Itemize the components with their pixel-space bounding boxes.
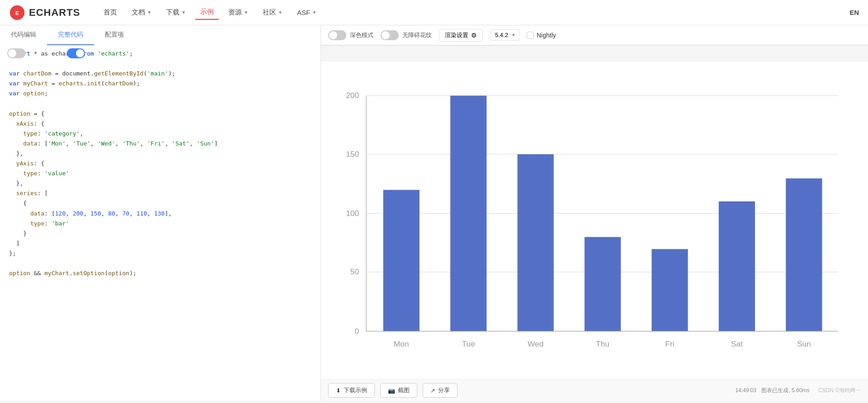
render-settings-button[interactable]: 渲染设置 ⚙	[439, 29, 483, 42]
bar-tue	[450, 96, 486, 332]
header: E ECHARTS 首页 文档 ▼ 下载 ▼ 示例 资源 ▼ 社区 ▼ ASF …	[0, 0, 868, 25]
code-line: }	[0, 229, 321, 239]
logo-icon: E	[9, 5, 25, 21]
code-line: import * as echarts from 'echarts';	[0, 49, 321, 59]
bar-mon	[383, 190, 420, 331]
svg-text:Tue: Tue	[462, 339, 475, 348]
bar-sun	[786, 178, 822, 331]
chevron-down-icon: ▼	[181, 10, 186, 15]
svg-text:Mon: Mon	[394, 339, 409, 348]
share-button[interactable]: ↗ 分享	[423, 383, 458, 398]
code-line: },	[0, 178, 321, 188]
code-line: var chartDom = document.getElementById('…	[0, 69, 321, 79]
bar-sat	[719, 202, 755, 332]
nav-item-resources[interactable]: 资源 ▼	[223, 5, 254, 20]
svg-text:Sat: Sat	[731, 339, 743, 348]
code-line: data: [120, 200, 150, 80, 70, 110, 130],	[0, 209, 321, 219]
code-line: type: 'bar'	[0, 219, 321, 229]
code-line: type: 'category',	[0, 129, 321, 139]
code-line: };	[0, 248, 321, 258]
logo-text: ECHARTS	[29, 7, 80, 19]
code-line: },	[0, 149, 321, 159]
dark-mode-toggle-wrap: 深色模式	[328, 30, 373, 40]
nightly-wrap: Nightly	[527, 32, 556, 39]
code-line: data: ['Mon', 'Tue', 'Wed', 'Thu', 'Fri'…	[0, 139, 321, 149]
nav-item-home[interactable]: 首页	[98, 5, 123, 20]
version-select[interactable]: 5.4.2 5.4.1 5.4.0	[490, 29, 519, 41]
chart-area: 0 50 100 150 200 Mon Tue Wed Thu	[321, 61, 868, 379]
chevron-down-icon: ▼	[312, 10, 316, 15]
bar-thu	[585, 237, 621, 332]
chevron-down-icon: ▼	[278, 10, 283, 15]
screenshot-button[interactable]: 📷 截图	[380, 383, 417, 398]
code-line: yAxis: {	[0, 159, 321, 169]
nav-item-examples[interactable]: 示例	[195, 5, 219, 20]
code-line: xAxis: {	[0, 119, 321, 129]
es-modules-toggle[interactable]	[67, 48, 85, 58]
code-line: {	[0, 198, 321, 208]
bar-wed	[518, 154, 554, 331]
dark-mode-label: 深色模式	[350, 31, 373, 39]
code-line	[0, 59, 321, 69]
chart-panel: 0 50 100 150 200 Mon Tue Wed Thu	[321, 61, 868, 401]
nav-item-download[interactable]: 下载 ▼	[160, 5, 191, 20]
nav: 首页 文档 ▼ 下载 ▼ 示例 资源 ▼ 社区 ▼ ASF ▼	[98, 5, 836, 20]
chart-status: 14:49:03 图表已生成, 5.60ms CSDN ©海鸥网一	[735, 387, 861, 394]
chevron-down-icon: ▼	[147, 10, 151, 15]
svg-text:200: 200	[346, 91, 359, 100]
code-line	[0, 258, 321, 268]
svg-text:Thu: Thu	[596, 339, 609, 348]
bar-fri	[651, 249, 688, 331]
svg-text:Wed: Wed	[528, 339, 543, 348]
dark-mode-toggle[interactable]	[328, 30, 346, 40]
nav-item-asf[interactable]: ASF ▼	[292, 5, 322, 20]
code-line: series: [	[0, 188, 321, 198]
tab-full-code[interactable]: 完整代码	[47, 25, 94, 45]
svg-text:100: 100	[346, 209, 359, 218]
tab-code-editor[interactable]: 代码编辑	[0, 25, 47, 45]
code-line: option && myChart.setOption(option);	[0, 268, 321, 278]
svg-text:150: 150	[346, 150, 359, 159]
svg-text:Sun: Sun	[797, 339, 811, 348]
code-line: var option;	[0, 89, 321, 98]
nightly-checkbox[interactable]	[527, 32, 534, 39]
download-icon: ⬇	[336, 387, 341, 394]
camera-icon: 📷	[388, 387, 395, 394]
chevron-down-icon: ▼	[244, 10, 248, 15]
code-line: option = {	[0, 109, 321, 119]
chart-bottom-bar: ⬇ 下载示例 📷 截图 ↗ 分享 14:49:03 图表已生成, 5.60ms …	[321, 379, 868, 401]
svg-text:E: E	[15, 10, 19, 16]
tab-config[interactable]: 配置项	[94, 25, 135, 45]
nightly-label: Nightly	[537, 32, 556, 39]
bar-chart-svg: 0 50 100 150 200 Mon Tue Wed Thu	[330, 70, 850, 375]
code-panel: import * as echarts from 'echarts'; var …	[0, 43, 321, 401]
import-toggle[interactable]	[7, 48, 25, 58]
accessibility-toggle-wrap: 无障碍花纹	[381, 30, 432, 40]
chart-toolbar: 深色模式 无障碍花纹 渲染设置 ⚙ 5.4.2 5.4.1 5.4.0 ▼ Ni…	[321, 25, 868, 45]
logo[interactable]: E ECHARTS	[9, 5, 80, 21]
code-line	[0, 98, 321, 108]
code-line: type: 'value'	[0, 169, 321, 178]
nav-item-docs[interactable]: 文档 ▼	[126, 5, 157, 20]
svg-text:0: 0	[355, 327, 359, 336]
nav-item-community[interactable]: 社区 ▼	[257, 5, 288, 20]
tabs-and-toolbar: 代码编辑 完整代码 配置项 深色模式 无障碍花纹 渲染设置 ⚙ 5.4.2 5.…	[0, 25, 868, 46]
language-switch[interactable]: EN	[849, 9, 859, 16]
code-line: var myChart = echarts.init(chartDom);	[0, 79, 321, 89]
gear-icon: ⚙	[471, 32, 477, 39]
code-line: ]	[0, 239, 321, 248]
accessibility-label: 无障碍花纹	[402, 31, 432, 39]
version-select-wrap: 5.4.2 5.4.1 5.4.0 ▼	[490, 29, 519, 41]
download-button[interactable]: ⬇ 下载示例	[328, 383, 375, 398]
svg-text:Fri: Fri	[665, 339, 674, 348]
svg-text:50: 50	[350, 267, 359, 276]
main-layout: import * as echarts from 'echarts'; var …	[0, 61, 868, 401]
accessibility-toggle[interactable]	[381, 30, 399, 40]
code-tabs: 代码编辑 完整代码 配置项	[0, 25, 321, 45]
share-icon: ↗	[430, 387, 435, 394]
